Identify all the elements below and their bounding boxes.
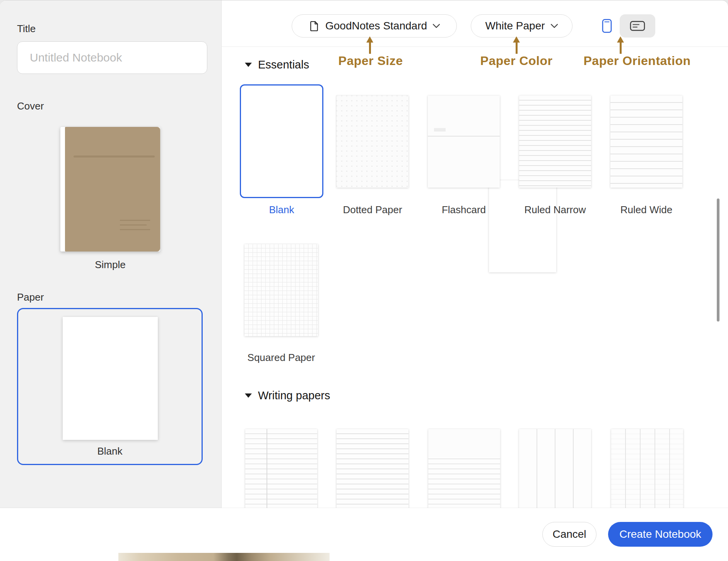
paper-orientation-arrow-line (620, 42, 622, 54)
cancel-button[interactable]: Cancel (542, 522, 596, 547)
paper-color-dropdown[interactable]: White Paper (471, 14, 572, 38)
template-label-dotted: Dotted Paper (334, 204, 411, 216)
portrait-page-icon (602, 18, 612, 34)
paper-template-blank-selected[interactable] (240, 84, 323, 198)
paper-template-ruled-narrow[interactable] (519, 96, 591, 188)
section-header-writing-papers[interactable]: Writing papers (245, 389, 330, 402)
document-icon (308, 20, 320, 32)
paper-template-writing-ruled-gap[interactable] (428, 429, 500, 521)
orientation-portrait-button[interactable] (594, 14, 620, 38)
paper-size-dropdown[interactable]: GoodNotes Standard (292, 14, 457, 38)
section-label: Writing papers (258, 389, 330, 402)
paper-color-annotation: Paper Color (458, 54, 574, 68)
chevron-down-icon (432, 24, 440, 28)
paper-size-arrow (366, 36, 373, 43)
paper-option-name: Blank (18, 445, 202, 457)
cover-decoration-line (73, 156, 155, 157)
create-notebook-dialog: Title Cover Simple Paper Blank GoodNotes… (0, 0, 728, 561)
paper-orientation-toggle (594, 14, 655, 38)
landscape-page-icon (629, 20, 646, 32)
paper-label: Paper (17, 291, 44, 303)
section-label: Essentials (258, 58, 309, 71)
paper-template-flashcard[interactable] (428, 96, 500, 188)
paper-orientation-arrow (617, 36, 624, 43)
paper-option-blank[interactable]: Blank (17, 308, 203, 465)
template-label-blank: Blank (243, 204, 320, 216)
paper-preview-sheet (63, 317, 158, 440)
sidebar: Title Cover Simple Paper Blank (0, 0, 222, 561)
paper-color-arrow (513, 36, 520, 43)
cover-decoration-marks (120, 220, 150, 234)
cover-option-simple[interactable] (60, 127, 160, 251)
cover-option-name: Simple (60, 259, 160, 271)
paper-template-writing-columns-grid[interactable] (611, 429, 683, 521)
paper-size-value: GoodNotes Standard (325, 20, 427, 32)
paper-template-squared[interactable] (244, 244, 318, 336)
paper-template-blank-preview (489, 180, 556, 272)
title-label: Title (17, 23, 36, 35)
orientation-landscape-button[interactable] (620, 14, 655, 38)
background-photo-sliver (118, 553, 330, 561)
cover-label: Cover (17, 100, 44, 112)
paper-orientation-annotation: Paper Orientation (575, 54, 699, 68)
paper-template-writing-ruled[interactable] (337, 429, 408, 521)
template-label-flashcard: Flashcard (425, 204, 502, 216)
chevron-down-icon (550, 24, 558, 28)
paper-template-writing-cornell[interactable] (245, 429, 317, 521)
paper-template-ruled-wide[interactable] (610, 96, 682, 188)
paper-template-writing-columns[interactable] (519, 429, 591, 521)
paper-size-annotation: Paper Size (313, 54, 429, 68)
vertical-scrollbar[interactable] (717, 198, 719, 322)
disclosure-triangle-icon (245, 63, 252, 67)
toolbar-divider (222, 46, 728, 47)
create-notebook-button[interactable]: Create Notebook (608, 522, 713, 547)
section-header-essentials[interactable]: Essentials (245, 58, 309, 71)
template-label-squared: Squared Paper (243, 352, 320, 364)
cover-front (65, 127, 160, 251)
notebook-title-input[interactable] (17, 41, 207, 74)
paper-template-dotted[interactable] (337, 96, 408, 188)
template-label-ruled-wide: Ruled Wide (608, 204, 685, 216)
paper-color-value: White Paper (485, 20, 545, 32)
template-label-ruled-narrow: Ruled Narrow (516, 204, 594, 216)
paper-color-arrow-line (516, 42, 518, 54)
paper-size-arrow-line (369, 42, 371, 54)
disclosure-triangle-icon (245, 393, 252, 398)
dialog-footer: Cancel Create Notebook (0, 508, 728, 561)
